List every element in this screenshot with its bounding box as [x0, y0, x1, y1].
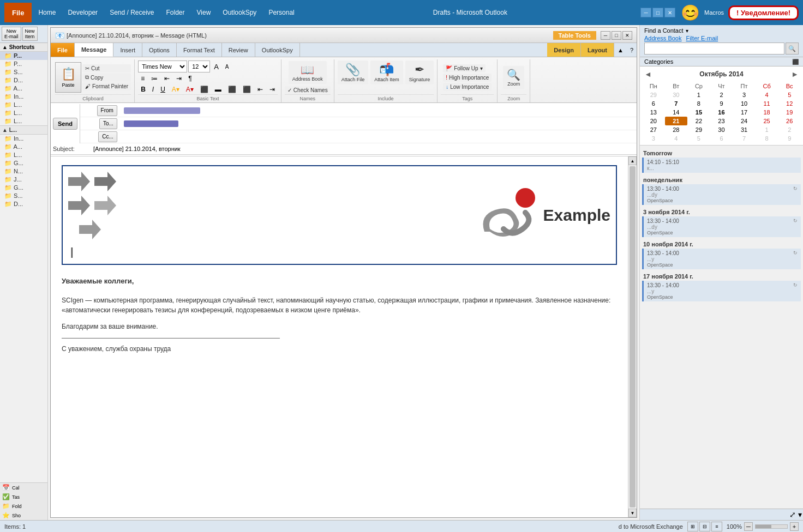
sidebar-item[interactable]: 📁 L...	[0, 101, 47, 109]
tab-layout[interactable]: Layout	[581, 43, 614, 57]
sidebar-item[interactable]: 📁 In...	[0, 135, 47, 143]
zoom-slider[interactable]	[755, 524, 788, 529]
compose-minimize-btn[interactable]: ─	[601, 31, 610, 40]
new-email-btn[interactable]: NewE-mail	[2, 27, 21, 41]
personal-menu-btn[interactable]: Personal	[263, 3, 299, 22]
cal-day[interactable]: 16	[710, 108, 733, 117]
text-dir-btn[interactable]: ¶	[185, 74, 194, 83]
sidebar-item[interactable]: 📁 L...	[0, 117, 47, 125]
cal-day[interactable]: 26	[778, 117, 801, 125]
increase-font-btn[interactable]: A	[211, 62, 221, 72]
cal-day[interactable]: 13	[642, 108, 665, 117]
cal-day[interactable]: 22	[687, 117, 710, 125]
decrease-font-btn[interactable]: A	[223, 63, 232, 71]
compose-maximize-btn[interactable]: □	[612, 31, 621, 40]
numbering-btn[interactable]: ≔	[148, 74, 160, 83]
to-btn[interactable]: To...	[99, 118, 117, 129]
cal-day[interactable]: 7	[665, 99, 688, 108]
align-right-btn[interactable]: ⬛	[225, 84, 239, 94]
cal-day[interactable]: 5	[778, 90, 801, 99]
sidebar-item[interactable]: 📁 J...	[0, 176, 47, 184]
event-item[interactable]: 13:30 - 14:00 ↻ ...dy OpenSpace	[642, 216, 801, 237]
calendar-nav-btn[interactable]: 📅 Cal	[0, 483, 47, 492]
subject-input[interactable]	[91, 144, 634, 153]
increase-indent-btn[interactable]: ⇥	[173, 74, 184, 83]
increase-indent2-btn[interactable]: ⇥	[267, 84, 278, 94]
event-item[interactable]: 13:30 - 14:00 ↻ ...dy OpenSpace	[642, 184, 801, 205]
cc-btn[interactable]: Cc...	[98, 131, 117, 142]
cal-day[interactable]: 29	[687, 125, 710, 134]
cal-day[interactable]: 1	[687, 90, 710, 99]
sidebar-item[interactable]: 📁 D...	[0, 76, 47, 84]
sidebar-item[interactable]: 📁 D...	[0, 200, 47, 208]
sidebar-item[interactable]: 📁 P...	[0, 52, 47, 60]
from-btn[interactable]: From	[97, 105, 117, 116]
view-mode-btn-3[interactable]: ≡	[711, 522, 722, 531]
cal-day[interactable]: 8	[687, 99, 710, 108]
scroll-down-btn[interactable]: ▼	[628, 509, 637, 517]
cal-day[interactable]: 25	[756, 117, 778, 125]
address-book-link[interactable]: Address Book	[644, 35, 681, 41]
cal-day[interactable]: 17	[733, 108, 756, 117]
underline-btn[interactable]: U	[158, 84, 168, 94]
address-book-btn[interactable]: 📖 Address Book	[289, 61, 327, 84]
folders-nav-btn[interactable]: 📁 Fold	[0, 501, 47, 511]
sidebar-item[interactable]: 📁 A...	[0, 84, 47, 93]
send-receive-menu-btn[interactable]: Send / Receive	[104, 3, 159, 22]
tab-outlookspy[interactable]: OutlookSpy	[255, 43, 300, 57]
paste-btn[interactable]: 📋 Paste	[55, 62, 81, 93]
compose-close-btn[interactable]: ✕	[622, 31, 632, 40]
collapse-btn[interactable]: ▾	[798, 510, 802, 519]
scroll-up-btn[interactable]: ▲	[628, 156, 637, 165]
sidebar-item[interactable]: 📁 S...	[0, 192, 47, 200]
zoom-increase-btn[interactable]: +	[790, 522, 799, 531]
attach-file-btn[interactable]: 📎 Attach File	[338, 61, 369, 84]
cal-day[interactable]: 15	[687, 108, 710, 117]
font-size-select[interactable]: 12	[188, 61, 210, 72]
tab-insert[interactable]: Insert	[113, 43, 142, 57]
signature-btn[interactable]: ✒ Signature	[405, 61, 434, 84]
cal-day[interactable]: 24	[733, 117, 756, 125]
cal-day[interactable]: 9	[778, 134, 801, 143]
tab-format-text[interactable]: Format Text	[177, 43, 222, 57]
event-item[interactable]: 14:10 - 15:10 к...	[642, 158, 801, 173]
sidebar-item[interactable]: 📁 N...	[0, 167, 47, 176]
dropdown-chevron-icon[interactable]: ▾	[686, 28, 688, 34]
follow-up-btn[interactable]: 🚩 Follow Up ▾	[443, 64, 485, 72]
bold-btn[interactable]: B	[138, 84, 148, 94]
cut-btn[interactable]: ✂ Cut	[82, 64, 131, 72]
find-search-btn[interactable]: 🔍	[786, 43, 799, 55]
cal-prev-btn[interactable]: ◄	[644, 70, 652, 78]
cal-day[interactable]: 6	[710, 134, 733, 143]
home-menu-btn[interactable]: Home	[33, 3, 61, 22]
cal-day[interactable]: 3	[733, 90, 756, 99]
categories-resize-btn[interactable]: ⬛	[792, 58, 799, 65]
cal-day[interactable]: 30	[665, 90, 688, 99]
decrease-indent2-btn[interactable]: ⇤	[255, 84, 266, 94]
copy-btn[interactable]: ⧉ Copy	[82, 73, 131, 82]
cal-day[interactable]: 2	[710, 90, 733, 99]
cal-day[interactable]: 5	[687, 134, 710, 143]
cal-day[interactable]: 20	[642, 117, 665, 125]
view-mode-btn-2[interactable]: ⊟	[699, 522, 710, 531]
sidebar-item[interactable]: 📁 L...	[0, 109, 47, 117]
zoom-btn[interactable]: 🔍 Zoom	[503, 66, 524, 89]
cal-day[interactable]: 31	[733, 125, 756, 134]
align-justify-btn[interactable]: ⬛	[240, 84, 254, 94]
help-btn[interactable]: ?	[627, 43, 637, 57]
cal-day[interactable]: 29	[642, 90, 665, 99]
sidebar-item[interactable]: 📁 P...	[0, 60, 47, 68]
cal-day[interactable]: 30	[710, 125, 733, 134]
sidebar-item[interactable]: 📁 In...	[0, 93, 47, 101]
highlight-btn[interactable]: A▾	[169, 84, 182, 94]
high-importance-btn[interactable]: ! High Importance	[443, 74, 492, 82]
ribbon-collapse-btn[interactable]: ▲	[614, 43, 627, 57]
font-color-btn[interactable]: A▾	[183, 84, 196, 94]
smiley-icon[interactable]: 😊	[681, 4, 700, 22]
cc-input[interactable]	[124, 132, 637, 141]
minimize-btn[interactable]: ─	[640, 8, 651, 17]
align-left-btn[interactable]: ⬛	[197, 84, 211, 94]
cal-day[interactable]: 8	[756, 134, 778, 143]
event-item[interactable]: 13:30 - 14:00 ↻ ...y OpenSpace	[642, 281, 801, 301]
cal-day[interactable]: 18	[756, 108, 778, 117]
